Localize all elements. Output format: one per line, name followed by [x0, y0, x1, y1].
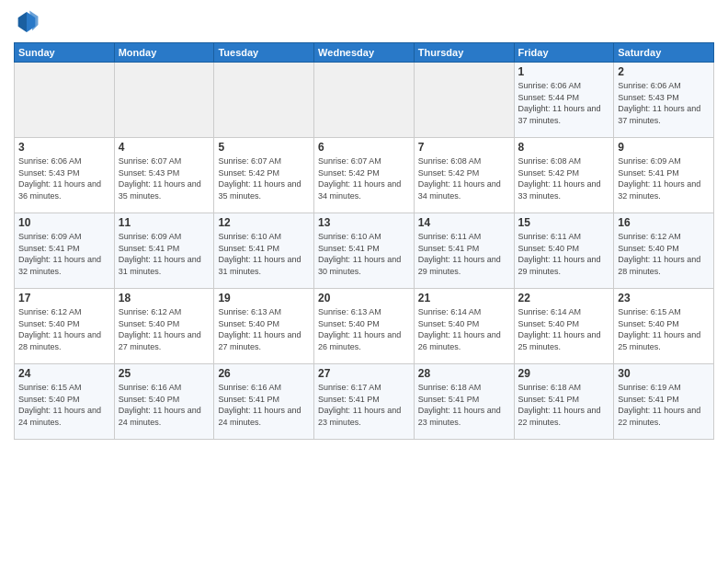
day-number: 17 — [18, 292, 110, 304]
day-number: 16 — [618, 216, 710, 229]
page: SundayMondayTuesdayWednesdayThursdayFrid… — [0, 0, 728, 563]
day-number: 24 — [18, 367, 110, 380]
day-info: Sunrise: 6:12 AM Sunset: 5:40 PM Dayligh… — [618, 231, 710, 277]
calendar-cell: 17Sunrise: 6:12 AM Sunset: 5:40 PM Dayli… — [15, 289, 115, 364]
calendar-cell: 14Sunrise: 6:11 AM Sunset: 5:41 PM Dayli… — [414, 213, 514, 289]
week-row-3: 17Sunrise: 6:12 AM Sunset: 5:40 PM Dayli… — [15, 289, 714, 364]
day-info: Sunrise: 6:12 AM Sunset: 5:40 PM Dayligh… — [119, 306, 210, 352]
day-number: 2 — [618, 65, 710, 78]
day-number: 8 — [518, 141, 610, 154]
calendar-cell — [114, 63, 214, 138]
header-day-thursday: Thursday — [414, 43, 514, 63]
calendar-cell: 9Sunrise: 6:09 AM Sunset: 5:41 PM Daylig… — [614, 138, 714, 213]
calendar-cell: 1Sunrise: 6:06 AM Sunset: 5:44 PM Daylig… — [514, 63, 614, 138]
header-day-monday: Monday — [114, 43, 214, 63]
calendar-cell: 13Sunrise: 6:10 AM Sunset: 5:41 PM Dayli… — [314, 213, 415, 289]
day-number: 13 — [318, 216, 410, 229]
svg-marker-3 — [18, 12, 27, 32]
calendar-cell — [15, 63, 115, 138]
calendar-cell: 16Sunrise: 6:12 AM Sunset: 5:40 PM Dayli… — [614, 213, 714, 289]
day-number: 5 — [218, 141, 310, 154]
header-day-saturday: Saturday — [614, 43, 714, 63]
calendar-cell: 21Sunrise: 6:14 AM Sunset: 5:40 PM Dayli… — [414, 289, 514, 364]
week-row-0: 1Sunrise: 6:06 AM Sunset: 5:44 PM Daylig… — [15, 63, 714, 138]
calendar-cell: 3Sunrise: 6:06 AM Sunset: 5:43 PM Daylig… — [15, 138, 115, 213]
day-info: Sunrise: 6:15 AM Sunset: 5:40 PM Dayligh… — [618, 306, 710, 352]
day-number: 23 — [618, 292, 710, 304]
calendar-cell: 15Sunrise: 6:11 AM Sunset: 5:40 PM Dayli… — [514, 213, 614, 289]
calendar-cell: 30Sunrise: 6:19 AM Sunset: 5:41 PM Dayli… — [614, 364, 714, 440]
calendar-cell: 8Sunrise: 6:08 AM Sunset: 5:42 PM Daylig… — [514, 138, 614, 213]
day-info: Sunrise: 6:12 AM Sunset: 5:40 PM Dayligh… — [18, 306, 110, 352]
day-number: 22 — [518, 292, 610, 304]
week-row-1: 3Sunrise: 6:06 AM Sunset: 5:43 PM Daylig… — [15, 138, 714, 213]
day-info: Sunrise: 6:18 AM Sunset: 5:41 PM Dayligh… — [518, 382, 610, 428]
day-number: 14 — [418, 216, 510, 229]
day-info: Sunrise: 6:07 AM Sunset: 5:43 PM Dayligh… — [119, 155, 210, 201]
day-number: 20 — [318, 292, 410, 304]
day-info: Sunrise: 6:13 AM Sunset: 5:40 PM Dayligh… — [218, 306, 310, 352]
calendar-cell: 27Sunrise: 6:17 AM Sunset: 5:41 PM Dayli… — [314, 364, 415, 440]
calendar-cell: 25Sunrise: 6:16 AM Sunset: 5:40 PM Dayli… — [114, 364, 214, 440]
calendar-cell: 23Sunrise: 6:15 AM Sunset: 5:40 PM Dayli… — [614, 289, 714, 364]
day-info: Sunrise: 6:08 AM Sunset: 5:42 PM Dayligh… — [518, 155, 610, 201]
calendar-cell: 20Sunrise: 6:13 AM Sunset: 5:40 PM Dayli… — [314, 289, 415, 364]
calendar-cell — [314, 63, 415, 138]
calendar-cell: 5Sunrise: 6:07 AM Sunset: 5:42 PM Daylig… — [214, 138, 314, 213]
day-info: Sunrise: 6:08 AM Sunset: 5:42 PM Dayligh… — [418, 155, 510, 201]
header-day-sunday: Sunday — [15, 43, 115, 63]
day-info: Sunrise: 6:16 AM Sunset: 5:41 PM Dayligh… — [218, 382, 310, 428]
week-row-2: 10Sunrise: 6:09 AM Sunset: 5:41 PM Dayli… — [15, 213, 714, 289]
calendar-cell: 29Sunrise: 6:18 AM Sunset: 5:41 PM Dayli… — [514, 364, 614, 440]
day-number: 30 — [618, 367, 710, 380]
calendar-cell: 18Sunrise: 6:12 AM Sunset: 5:40 PM Dayli… — [114, 289, 214, 364]
day-info: Sunrise: 6:18 AM Sunset: 5:41 PM Dayligh… — [418, 382, 510, 428]
day-number: 19 — [218, 292, 310, 304]
day-info: Sunrise: 6:14 AM Sunset: 5:40 PM Dayligh… — [518, 306, 610, 352]
day-info: Sunrise: 6:17 AM Sunset: 5:41 PM Dayligh… — [318, 382, 410, 428]
day-number: 26 — [218, 367, 310, 380]
calendar-cell: 12Sunrise: 6:10 AM Sunset: 5:41 PM Dayli… — [214, 213, 314, 289]
day-info: Sunrise: 6:19 AM Sunset: 5:41 PM Dayligh… — [618, 382, 710, 428]
header-day-wednesday: Wednesday — [314, 43, 415, 63]
day-info: Sunrise: 6:09 AM Sunset: 5:41 PM Dayligh… — [119, 231, 210, 277]
day-info: Sunrise: 6:11 AM Sunset: 5:41 PM Dayligh… — [418, 231, 510, 277]
day-number: 25 — [119, 367, 210, 380]
day-info: Sunrise: 6:11 AM Sunset: 5:40 PM Dayligh… — [518, 231, 610, 277]
day-info: Sunrise: 6:14 AM Sunset: 5:40 PM Dayligh… — [418, 306, 510, 352]
calendar-cell: 7Sunrise: 6:08 AM Sunset: 5:42 PM Daylig… — [414, 138, 514, 213]
day-number: 15 — [518, 216, 610, 229]
day-info: Sunrise: 6:16 AM Sunset: 5:40 PM Dayligh… — [119, 382, 210, 428]
day-number: 3 — [18, 141, 110, 154]
calendar-cell: 24Sunrise: 6:15 AM Sunset: 5:40 PM Dayli… — [15, 364, 115, 440]
day-number: 29 — [518, 367, 610, 380]
calendar-cell — [414, 63, 514, 138]
week-row-4: 24Sunrise: 6:15 AM Sunset: 5:40 PM Dayli… — [15, 364, 714, 440]
calendar-cell: 2Sunrise: 6:06 AM Sunset: 5:43 PM Daylig… — [614, 63, 714, 138]
logo-icon — [14, 9, 40, 35]
day-info: Sunrise: 6:06 AM Sunset: 5:44 PM Dayligh… — [518, 80, 610, 126]
day-number: 27 — [318, 367, 410, 380]
calendar-cell: 4Sunrise: 6:07 AM Sunset: 5:43 PM Daylig… — [114, 138, 214, 213]
calendar-cell: 6Sunrise: 6:07 AM Sunset: 5:42 PM Daylig… — [314, 138, 415, 213]
calendar-cell: 28Sunrise: 6:18 AM Sunset: 5:41 PM Dayli… — [414, 364, 514, 440]
calendar-cell: 10Sunrise: 6:09 AM Sunset: 5:41 PM Dayli… — [15, 213, 115, 289]
day-info: Sunrise: 6:06 AM Sunset: 5:43 PM Dayligh… — [618, 80, 710, 126]
day-number: 1 — [518, 65, 610, 78]
day-number: 10 — [18, 216, 110, 229]
day-info: Sunrise: 6:06 AM Sunset: 5:43 PM Dayligh… — [18, 155, 110, 201]
day-info: Sunrise: 6:10 AM Sunset: 5:41 PM Dayligh… — [218, 231, 310, 277]
day-number: 9 — [618, 141, 710, 154]
header — [14, 9, 714, 35]
calendar-cell: 11Sunrise: 6:09 AM Sunset: 5:41 PM Dayli… — [114, 213, 214, 289]
day-number: 21 — [418, 292, 510, 304]
day-number: 11 — [119, 216, 210, 229]
logo — [14, 9, 43, 35]
day-number: 6 — [318, 141, 410, 154]
calendar-cell: 22Sunrise: 6:14 AM Sunset: 5:40 PM Dayli… — [514, 289, 614, 364]
day-info: Sunrise: 6:09 AM Sunset: 5:41 PM Dayligh… — [18, 231, 110, 277]
calendar-cell — [214, 63, 314, 138]
calendar-table: SundayMondayTuesdayWednesdayThursdayFrid… — [14, 42, 714, 440]
day-number: 18 — [119, 292, 210, 304]
header-day-tuesday: Tuesday — [214, 43, 314, 63]
